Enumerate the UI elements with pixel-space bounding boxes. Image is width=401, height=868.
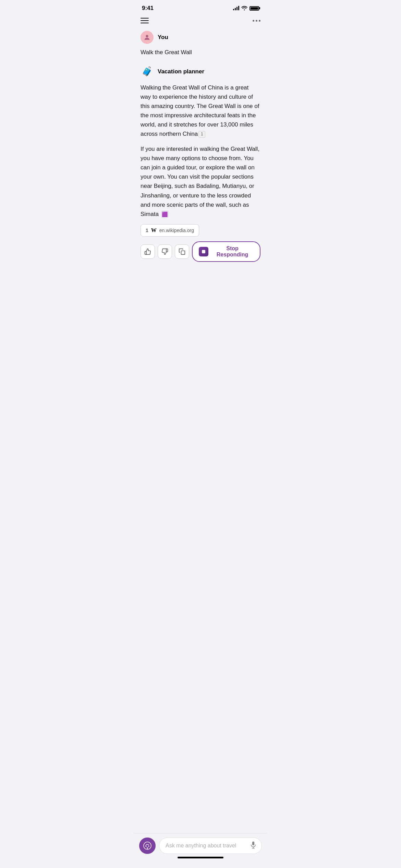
loading-icon: 🟪 bbox=[161, 210, 169, 218]
ai-header: 🧳 Vacation planner bbox=[141, 65, 260, 78]
user-avatar bbox=[141, 31, 154, 44]
user-name: You bbox=[158, 34, 168, 41]
stop-label: Stop Responding bbox=[211, 245, 254, 258]
thumbs-up-button[interactable] bbox=[141, 244, 155, 259]
thumbs-down-button[interactable] bbox=[158, 244, 172, 259]
svg-rect-1 bbox=[181, 251, 185, 255]
status-time: 9:41 bbox=[142, 5, 154, 12]
wikipedia-icon: W bbox=[151, 227, 157, 233]
user-message-section: You Walk the Great Wall bbox=[141, 31, 260, 57]
more-options-button[interactable] bbox=[253, 20, 260, 22]
user-message-text: Walk the Great Wall bbox=[141, 48, 260, 57]
copy-button[interactable] bbox=[175, 244, 189, 259]
citation-link[interactable]: 1 W en.wikipedia.org bbox=[141, 224, 199, 237]
ai-name: Vacation planner bbox=[158, 68, 204, 75]
wifi-icon bbox=[241, 5, 247, 11]
svg-point-0 bbox=[146, 35, 148, 37]
user-header: You bbox=[141, 31, 260, 44]
hamburger-menu-button[interactable] bbox=[141, 18, 149, 23]
battery-icon bbox=[250, 6, 259, 11]
ai-paragraph-2-text: If you are interested in walking the Gre… bbox=[141, 146, 259, 217]
chat-container: You Walk the Great Wall 🧳 Vacation plann… bbox=[134, 27, 267, 262]
status-icons bbox=[233, 5, 259, 11]
citation-badge-1[interactable]: 1 bbox=[198, 131, 205, 138]
signal-icon bbox=[233, 6, 239, 10]
ai-paragraph-2: If you are interested in walking the Gre… bbox=[141, 144, 260, 219]
action-bar: Stop Responding bbox=[141, 241, 260, 262]
citation-link-number: 1 bbox=[146, 228, 148, 233]
status-bar: 9:41 bbox=[134, 0, 267, 15]
stop-icon bbox=[199, 247, 208, 256]
ai-paragraph-1-text: Walking the Great Wall of China is a gre… bbox=[141, 84, 259, 137]
ai-avatar: 🧳 bbox=[141, 65, 154, 78]
stop-responding-button[interactable]: Stop Responding bbox=[192, 241, 260, 262]
ai-response-section: 🧳 Vacation planner Walking the Great Wal… bbox=[141, 65, 260, 262]
nav-bar bbox=[134, 15, 267, 27]
citation-url: en.wikipedia.org bbox=[159, 228, 194, 233]
ai-paragraph-1: Walking the Great Wall of China is a gre… bbox=[141, 83, 260, 139]
